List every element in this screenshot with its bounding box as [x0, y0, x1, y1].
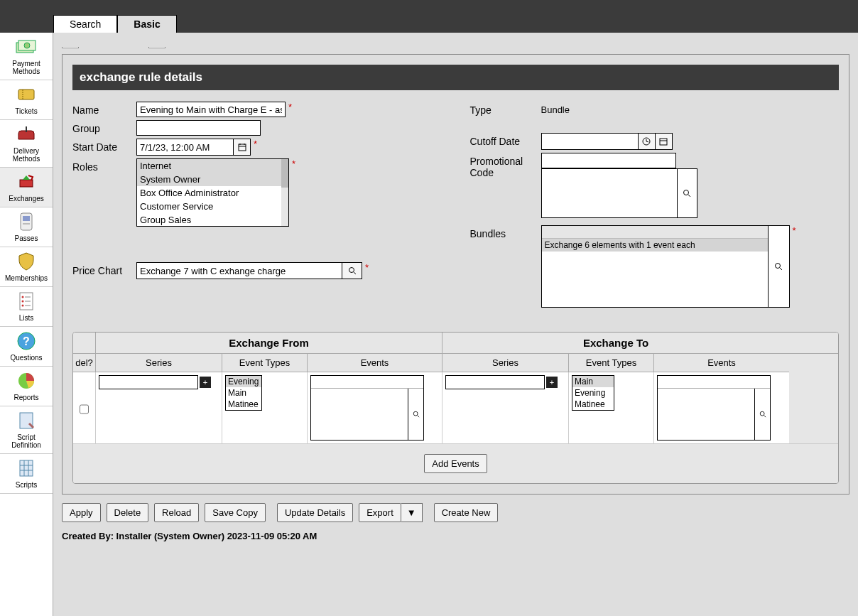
- svg-point-43: [760, 411, 764, 416]
- label-bundles: Bundles: [470, 225, 541, 239]
- sidebar-item-passes[interactable]: Passes: [0, 207, 53, 247]
- apply-button[interactable]: Apply: [62, 503, 101, 522]
- price-chart-search-button[interactable]: [342, 262, 362, 279]
- role-option[interactable]: System Owner: [137, 173, 288, 186]
- sidebar-item-questions[interactable]: ? Questions: [0, 327, 53, 367]
- sidebar-item-tickets[interactable]: Tickets: [0, 80, 53, 120]
- promo-code-list[interactable]: [542, 169, 677, 217]
- svg-line-34: [646, 141, 648, 142]
- calendar-icon[interactable]: [655, 134, 672, 149]
- from-series-input[interactable]: [99, 375, 198, 389]
- sidebar-item-scripts[interactable]: Scripts: [0, 454, 53, 494]
- event-type-option[interactable]: Main: [572, 376, 614, 387]
- col-series: Series: [96, 354, 222, 372]
- event-type-option[interactable]: Main: [226, 387, 261, 399]
- sidebar-item-exchanges[interactable]: Exchanges: [0, 168, 53, 207]
- role-option[interactable]: Box Office Administrator: [137, 186, 288, 200]
- svg-point-11: [22, 296, 24, 298]
- roles-listbox[interactable]: Internet System Owner Box Office Adminis…: [136, 158, 289, 227]
- calendar-icon[interactable]: [233, 139, 250, 155]
- svg-line-40: [780, 268, 782, 270]
- sidebar-item-lists[interactable]: Lists: [0, 287, 53, 327]
- add-events-button[interactable]: Add Events: [424, 454, 487, 473]
- event-type-option[interactable]: Evening: [226, 376, 261, 387]
- to-events-search-button[interactable]: [754, 389, 770, 440]
- sidebar-item-delivery-methods[interactable]: Delivery Methods: [0, 120, 53, 168]
- label-type: Type: [470, 102, 541, 116]
- bundle-row[interactable]: Exchange 6 elements with 1 event each: [542, 239, 768, 252]
- triangle-right-icon: [153, 38, 161, 45]
- update-details-button[interactable]: Update Details: [277, 503, 353, 522]
- scrollbar[interactable]: [281, 159, 288, 226]
- add-series-button[interactable]: +: [546, 377, 558, 388]
- tab-search[interactable]: Search: [53, 15, 117, 33]
- cutoff-date-input[interactable]: [542, 134, 638, 149]
- price-chart-input[interactable]: [136, 262, 342, 279]
- to-series-input[interactable]: [445, 375, 545, 389]
- sidebar-item-label: Payment Methods: [12, 60, 40, 75]
- role-option[interactable]: Customer Service: [137, 200, 288, 213]
- event-type-option[interactable]: Matinee: [226, 399, 261, 410]
- promo-search-button[interactable]: [677, 169, 697, 217]
- svg-line-31: [354, 272, 356, 274]
- bundles-search-button[interactable]: [768, 226, 789, 307]
- reload-button[interactable]: Reload: [154, 503, 199, 522]
- svg-point-13: [22, 305, 24, 307]
- bundles-list[interactable]: Exchange 6 elements with 1 event each: [542, 226, 768, 307]
- svg-rect-3: [18, 90, 34, 99]
- label-group: Group: [72, 120, 136, 134]
- add-series-button[interactable]: +: [200, 377, 211, 388]
- name-input[interactable]: [136, 102, 286, 117]
- svg-point-2: [24, 43, 30, 48]
- svg-rect-21: [20, 460, 33, 476]
- from-events-list[interactable]: [311, 389, 408, 440]
- sidebar-item-label: Passes: [15, 234, 38, 242]
- to-event-types-list[interactable]: Main Evening Matinee: [572, 375, 614, 411]
- pager-prev-button[interactable]: [62, 36, 79, 48]
- sidebar-item-reports[interactable]: Reports: [0, 367, 53, 406]
- label-price-chart: Price Chart: [72, 262, 136, 276]
- result-pager: Result 3 of 25: [62, 33, 849, 51]
- col-exchange-to: Exchange To: [442, 333, 789, 353]
- required-marker: *: [793, 225, 796, 236]
- sidebar-item-memberships[interactable]: Memberships: [0, 247, 53, 287]
- sidebar-item-label: Delivery Methods: [13, 147, 40, 163]
- pager-next-button[interactable]: [148, 36, 165, 48]
- from-event-types-list[interactable]: Evening Main Matinee: [225, 375, 262, 411]
- clock-icon[interactable]: [638, 134, 655, 149]
- create-new-button[interactable]: Create New: [434, 503, 499, 522]
- delete-checkbox[interactable]: [80, 378, 89, 441]
- role-option[interactable]: Group Sales: [137, 213, 288, 227]
- tab-strip: Search Basic: [53, 15, 177, 33]
- sidebar-item-label: Script Definition: [11, 433, 41, 449]
- group-input[interactable]: [136, 120, 261, 136]
- sidebar-item-script-definition[interactable]: Script Definition: [0, 406, 53, 454]
- export-button[interactable]: Export: [359, 503, 401, 522]
- from-events-search-button[interactable]: [408, 389, 423, 440]
- event-type-option[interactable]: Evening: [572, 387, 614, 399]
- action-buttons: Apply Delete Reload Save Copy Update Det…: [62, 503, 849, 522]
- shield-icon: [15, 252, 38, 271]
- svg-line-44: [764, 416, 766, 418]
- to-events-list[interactable]: [658, 389, 754, 440]
- svg-point-12: [22, 301, 24, 303]
- tab-basic[interactable]: Basic: [117, 15, 176, 33]
- delete-button[interactable]: Delete: [107, 503, 149, 522]
- to-events-header: [658, 376, 770, 389]
- panel-title: exchange rule details: [72, 65, 839, 90]
- search-icon: [759, 411, 766, 418]
- exchange-icon: [15, 172, 38, 192]
- pie-chart-icon: [15, 371, 38, 391]
- svg-line-42: [417, 416, 419, 418]
- script-def-icon: [15, 411, 38, 431]
- start-date-input[interactable]: [137, 139, 233, 155]
- role-option[interactable]: Internet: [137, 159, 288, 173]
- list-icon: [15, 291, 38, 311]
- save-copy-button[interactable]: Save Copy: [205, 503, 266, 522]
- promo-code-input[interactable]: [541, 153, 676, 168]
- event-type-option[interactable]: Matinee: [572, 399, 614, 410]
- svg-point-41: [413, 411, 418, 416]
- export-dropdown-button[interactable]: ▼: [401, 503, 423, 522]
- sidebar-item-payment-methods[interactable]: Payment Methods: [0, 33, 53, 80]
- sidebar: Payment Methods Tickets Delivery Methods…: [0, 33, 53, 616]
